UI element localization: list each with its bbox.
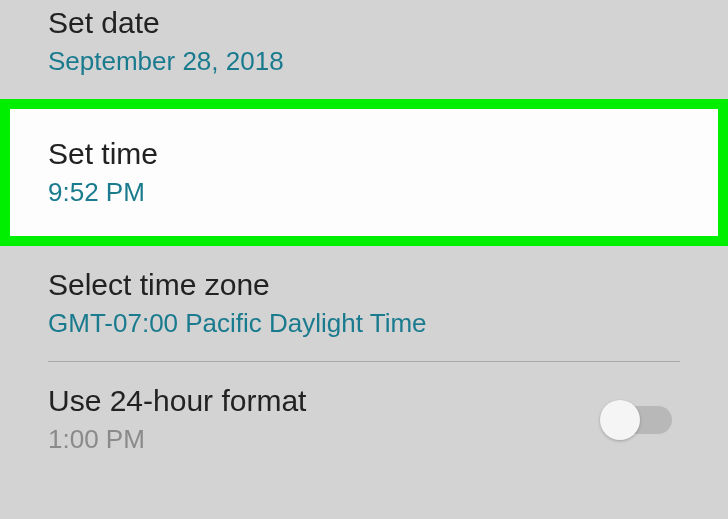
hour-format-value: 1:00 PM	[48, 424, 602, 455]
hour-format-toggle[interactable]	[602, 406, 672, 434]
time-zone-title: Select time zone	[48, 268, 680, 302]
set-time-value: 9:52 PM	[48, 177, 680, 208]
date-time-settings-list: Set date September 28, 2018 Set time 9:5…	[0, 0, 728, 455]
set-date-value: September 28, 2018	[48, 46, 680, 77]
set-date-title: Set date	[48, 6, 680, 40]
hour-format-title: Use 24-hour format	[48, 384, 602, 418]
set-date-item[interactable]: Set date September 28, 2018	[0, 0, 728, 99]
hour-format-text: Use 24-hour format 1:00 PM	[48, 384, 602, 455]
time-zone-value: GMT-07:00 Pacific Daylight Time	[48, 308, 680, 339]
highlighted-section: Set time 9:52 PM	[0, 99, 728, 246]
toggle-knob	[600, 400, 640, 440]
set-time-title: Set time	[48, 137, 680, 171]
set-time-item[interactable]: Set time 9:52 PM	[10, 109, 718, 236]
time-zone-item[interactable]: Select time zone GMT-07:00 Pacific Dayli…	[0, 246, 728, 361]
hour-format-item[interactable]: Use 24-hour format 1:00 PM	[0, 362, 728, 455]
